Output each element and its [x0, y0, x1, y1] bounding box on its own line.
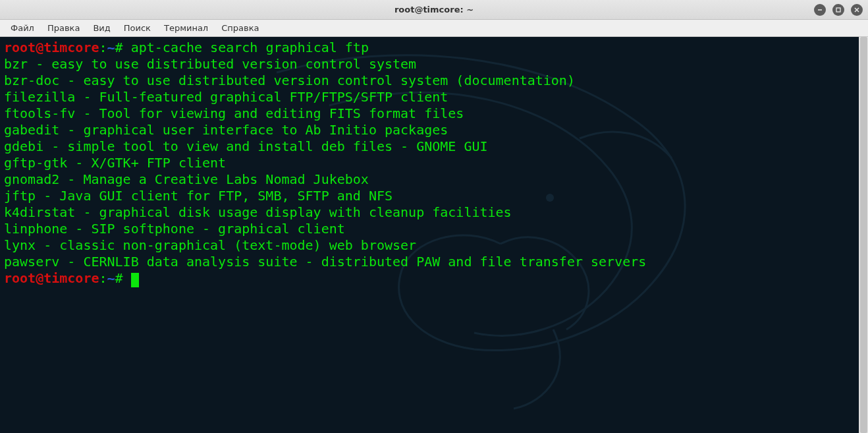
output-line: pawserv - CERNLIB data analysis suite - … [4, 254, 646, 270]
menu-view[interactable]: Вид [86, 20, 117, 36]
output-line: k4dirstat - graphical disk usage display… [4, 204, 512, 220]
window-title: root@timcore: ~ [394, 5, 474, 14]
output-line: linphone - SIP softphone - graphical cli… [4, 221, 345, 237]
vertical-scrollbar[interactable] [859, 37, 868, 433]
menubar: Файл Правка Вид Поиск Терминал Справка [0, 20, 868, 37]
output-line: gabedit - graphical user interface to Ab… [4, 122, 448, 138]
output-line: gdebi - simple tool to view and install … [4, 138, 488, 154]
prompt-hash: # [115, 40, 123, 55]
menu-search[interactable]: Поиск [117, 20, 157, 36]
output-line: bzr - easy to use distributed version co… [4, 56, 416, 72]
output-line: lynx - classic non-graphical (text-mode)… [4, 237, 416, 253]
prompt-separator: : [99, 40, 107, 55]
scrollbar-thumb[interactable] [860, 37, 867, 433]
window-controls [814, 4, 863, 16]
svg-rect-2 [836, 8, 840, 12]
menu-help[interactable]: Справка [215, 20, 265, 36]
close-button[interactable] [851, 4, 863, 16]
output-line: ftools-fv - Tool for viewing and editing… [4, 105, 464, 121]
prompt-user-host: root@timcore [4, 270, 99, 286]
window-titlebar[interactable]: root@timcore: ~ [0, 0, 868, 20]
output-line: filezilla - Full-featured graphical FTP/… [4, 89, 448, 105]
prompt-hash: # [115, 270, 123, 286]
minimize-button[interactable] [814, 4, 826, 16]
cursor-icon [131, 273, 139, 287]
prompt-path: ~ [107, 40, 115, 55]
menu-terminal[interactable]: Терминал [157, 20, 215, 36]
output-line: bzr-doc - easy to use distributed versio… [4, 72, 575, 88]
menu-file[interactable]: Файл [4, 20, 41, 36]
output-line: jftp - Java GUI client for FTP, SMB, SFT… [4, 188, 393, 204]
prompt-separator: : [99, 270, 107, 286]
command-text: apt-cache search graphical ftp [131, 40, 369, 55]
maximize-button[interactable] [832, 4, 844, 16]
prompt-user-host: root@timcore [4, 40, 99, 55]
menu-edit[interactable]: Правка [41, 20, 86, 36]
terminal-area[interactable]: root@timcore:~# apt-cache search graphic… [0, 37, 859, 433]
output-line: gnomad2 - Manage a Creative Labs Nomad J… [4, 171, 369, 187]
output-line: gftp-gtk - X/GTK+ FTP client [4, 155, 226, 171]
prompt-path: ~ [107, 270, 115, 286]
